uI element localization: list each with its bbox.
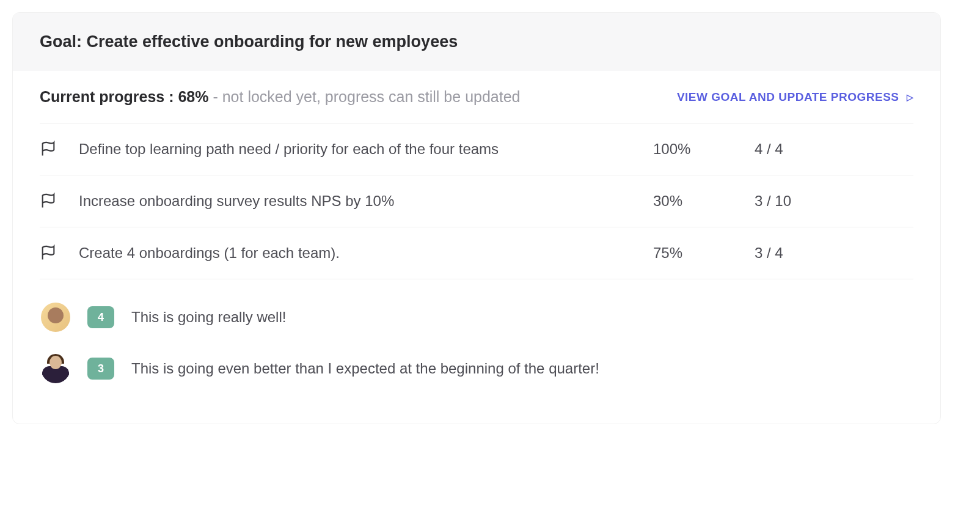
goal-card: Goal: Create effective onboarding for ne… — [12, 12, 941, 424]
comment-text: This is going even better than I expecte… — [131, 360, 599, 377]
view-goal-link[interactable]: VIEW GOAL AND UPDATE PROGRESS ▷ — [677, 90, 913, 104]
subgoal-title: Define top learning path need / priority… — [79, 141, 631, 158]
comment-row: 4 This is going really well! — [40, 292, 913, 343]
flag-icon — [40, 141, 57, 158]
subgoal-percent: 75% — [653, 244, 733, 262]
subgoal-title: Create 4 onboardings (1 for each team). — [79, 244, 631, 262]
subgoal-percent: 100% — [653, 141, 733, 158]
subgoal-title: Increase onboarding survey results NPS b… — [79, 193, 631, 210]
goal-title-prefix: Goal: — [40, 32, 87, 51]
chevron-right-icon: ▷ — [907, 92, 914, 102]
progress-row: Current progress : 68% - not locked yet,… — [40, 88, 913, 123]
goal-title-text: Create effective onboarding for new empl… — [87, 32, 458, 51]
comment-text: This is going really well! — [131, 309, 286, 326]
subgoal-row: Define top learning path need / priority… — [40, 123, 913, 175]
comments-section: 4 This is going really well! 3 This is g… — [40, 292, 913, 394]
flag-icon — [40, 244, 57, 262]
flag-icon — [40, 193, 57, 210]
progress-note: - not locked yet, progress can still be … — [208, 88, 520, 105]
comment-row: 3 This is going even better than I expec… — [40, 343, 913, 394]
goal-header: Goal: Create effective onboarding for ne… — [13, 13, 940, 71]
goal-body: Current progress : 68% - not locked yet,… — [13, 71, 940, 424]
subgoal-count: 3 / 4 — [755, 244, 913, 262]
subgoal-row: Increase onboarding survey results NPS b… — [40, 175, 913, 227]
subgoal-count: 4 / 4 — [755, 141, 913, 158]
subgoal-percent: 30% — [653, 193, 733, 210]
progress-percent: 68% — [178, 88, 208, 105]
goal-title: Goal: Create effective onboarding for ne… — [40, 32, 913, 51]
avatar — [41, 354, 70, 383]
avatar — [41, 303, 70, 332]
progress-text: Current progress : 68% - not locked yet,… — [40, 88, 521, 106]
score-badge: 4 — [87, 306, 114, 328]
progress-label: Current progress : — [40, 88, 178, 105]
view-goal-link-text: VIEW GOAL AND UPDATE PROGRESS — [677, 90, 899, 104]
subgoal-row: Create 4 onboardings (1 for each team). … — [40, 227, 913, 279]
score-badge: 3 — [87, 358, 114, 380]
subgoal-count: 3 / 10 — [755, 193, 913, 210]
